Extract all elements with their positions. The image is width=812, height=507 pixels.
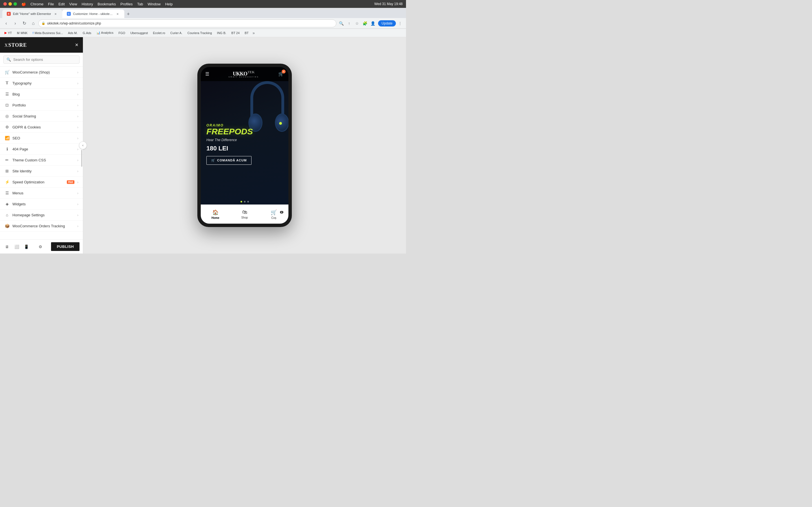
bookmark-ubersuggest[interactable]: Ubersuggest — [128, 31, 150, 36]
footer-settings-button[interactable]: ⚙ — [37, 243, 44, 250]
publish-button[interactable]: PUBLISH — [51, 242, 80, 251]
profile-btn[interactable]: 👤 — [369, 20, 376, 27]
tablet-view-button[interactable]: ⬜ — [13, 243, 20, 250]
dot-3[interactable] — [247, 201, 249, 203]
cart-tab-icon: 🛒 — [271, 209, 277, 216]
menu-item-blog[interactable]: ☰ Blog › — [0, 89, 83, 100]
forward-button[interactable]: › — [11, 19, 19, 27]
woocommerce-icon: 🛒 — [4, 70, 10, 74]
bookmark-yt[interactable]: ▶ YT — [2, 30, 14, 36]
share-icon-btn[interactable]: ↑ — [345, 20, 353, 27]
customizer-close-button[interactable]: × — [75, 42, 79, 48]
bookmark-star-btn[interactable]: ☆ — [353, 20, 361, 27]
bookmark-adsm[interactable]: Ads M. — [66, 31, 80, 36]
menu-item-menus[interactable]: ☰ Menus › — [0, 187, 83, 199]
new-tab-button[interactable]: + — [124, 10, 132, 18]
seo-icon: 📶 — [4, 136, 10, 140]
profiles-menu[interactable]: Profiles — [120, 2, 133, 6]
phone-bottom-nav: 🏠 Home 🛍 Shop 🛒 Coș 4 — [201, 205, 289, 224]
hero-cta-button[interactable]: 🛒 COMANDĂ ACUM — [206, 156, 252, 165]
menu-item-homepage-settings-label: Homepage Settings — [12, 213, 74, 217]
home-button[interactable]: ⌂ — [29, 19, 37, 27]
bookmark-mnk[interactable]: M MNK — [15, 31, 30, 36]
menus-icon: ☰ — [4, 191, 10, 195]
address-bar[interactable]: 🔒 ukkotek.ro/wp-admin/customize.php — [38, 19, 336, 27]
nav-tab-home[interactable]: 🏠 Home — [201, 209, 230, 219]
bookmark-fgo[interactable]: FGO — [116, 31, 128, 36]
nav-tab-shop[interactable]: 🛍 Shop — [230, 209, 259, 219]
tab-elementor[interactable]: E Edit "Home" with Elementor × — [2, 10, 62, 18]
search-input-wrap[interactable]: 🔍 — [3, 55, 80, 64]
update-button[interactable]: Update — [378, 20, 396, 26]
apple-menu[interactable]: 🍎 — [21, 2, 26, 6]
bookmark-bt[interactable]: BT — [243, 31, 251, 36]
bookmark-gads[interactable]: G.Ads — [80, 31, 94, 36]
search-icon-btn[interactable]: 🔍 — [338, 20, 345, 27]
customizer-header: XSTORE × — [0, 37, 83, 53]
file-menu[interactable]: File — [48, 2, 54, 6]
menu-item-gdpr[interactable]: ⚙ GDPR & Cookies › — [0, 122, 83, 133]
help-menu[interactable]: Help — [165, 2, 173, 6]
nav-tab-cart[interactable]: 🛒 Coș 4 — [259, 209, 289, 219]
homepage-settings-icon: ⌂ — [4, 213, 10, 217]
bookmark-couriera-tracking[interactable]: Couriera Tracking — [185, 31, 214, 36]
dot-1[interactable] — [241, 201, 242, 203]
menu-item-homepage-settings[interactable]: ⌂ Homepage Settings › — [0, 210, 83, 221]
scroll-indicator[interactable] — [81, 150, 82, 167]
extension-btn[interactable]: 🧩 — [361, 20, 368, 27]
menu-item-typography-arrow: › — [77, 81, 79, 86]
close-button[interactable] — [3, 2, 7, 6]
bookmark-analytics[interactable]: 📊 Analytics — [94, 30, 116, 36]
edit-menu[interactable]: Edit — [58, 2, 64, 6]
bookmark-curiera[interactable]: Curier A. — [168, 31, 185, 36]
maximize-button[interactable] — [13, 2, 17, 6]
menu-item-blog-label: Blog — [12, 92, 74, 96]
system-time: Wed 31 May 19:48 — [374, 2, 403, 6]
mobile-view-button[interactable]: 📱 — [22, 243, 30, 250]
bookmark-ing[interactable]: ING B. — [215, 31, 229, 36]
hero-tagline: Hear The Difference — [206, 138, 283, 142]
back-button[interactable]: ‹ — [2, 19, 10, 27]
menu-item-portfolio[interactable]: ⊡ Portfolio › — [0, 100, 83, 111]
history-menu[interactable]: History — [82, 2, 93, 6]
menu-item-404[interactable]: ℹ 404 Page › — [0, 144, 83, 155]
menu-item-site-identity[interactable]: ⊞ Site Identity › — [0, 166, 83, 177]
menu-item-woocommerce[interactable]: 🛒 WooCommerce (Shop) › — [0, 67, 83, 78]
menu-item-woo-tracking-arrow: › — [77, 224, 79, 228]
reload-button[interactable]: ↻ — [20, 19, 28, 27]
bookmark-ecolet[interactable]: Ecolet.ro — [151, 31, 167, 36]
menu-item-woocommerce-arrow: › — [77, 70, 79, 74]
bookmarks-menu[interactable]: Bookmarks — [98, 2, 116, 6]
tab-elementor-close[interactable]: × — [53, 11, 58, 16]
bookmark-bt24[interactable]: BT 24 — [229, 31, 242, 36]
chrome-menu[interactable]: Chrome — [31, 2, 43, 6]
search-input[interactable] — [13, 57, 77, 62]
shop-tab-label: Shop — [241, 216, 248, 219]
tab-customize-close[interactable]: × — [115, 11, 120, 16]
menu-item-typography[interactable]: T Typography › — [0, 78, 83, 89]
menu-item-theme-css[interactable]: ✏ Theme Custom CSS › — [0, 155, 83, 166]
dot-2[interactable] — [244, 201, 246, 203]
url-text: ukkotek.ro/wp-admin/customize.php — [47, 21, 101, 25]
menu-btn[interactable]: ⋮ — [396, 20, 404, 27]
desktop-view-button[interactable]: 🖥 — [3, 243, 11, 250]
menu-item-woo-tracking[interactable]: 📦 WooCommerce Orders Tracking › — [0, 221, 83, 231]
menu-item-widgets[interactable]: ◈ Widgets › — [0, 199, 83, 210]
home-tab-icon: 🏠 — [212, 209, 218, 216]
tab-customize-title: Customize: Home - ukkotek.ro — [73, 12, 113, 15]
view-menu[interactable]: View — [69, 2, 77, 6]
minimize-button[interactable] — [8, 2, 12, 6]
bookmarks-more[interactable]: » — [252, 30, 256, 36]
menu-item-portfolio-label: Portfolio — [12, 103, 74, 107]
bookmark-meta[interactable]: f Meta Business Sui... — [31, 31, 65, 36]
menu-item-social-sharing[interactable]: ◎ Social Sharing › — [0, 111, 83, 122]
hero-cta-label: COMANDĂ ACUM — [217, 159, 247, 162]
menu-item-speed-optimization[interactable]: ⚡ Speed Optimization Hot › — [0, 177, 83, 187]
tab-menu[interactable]: Tab — [137, 2, 143, 6]
window-menu[interactable]: Window — [147, 2, 160, 6]
hamburger-menu[interactable]: ☰ — [205, 71, 209, 76]
menu-item-homepage-settings-arrow: › — [77, 213, 79, 217]
collapse-sidebar-button[interactable]: ‹ — [79, 142, 87, 149]
tab-customize[interactable]: C Customize: Home - ukkotek.ro × — [62, 10, 124, 18]
menu-item-seo[interactable]: 📶 SEO › — [0, 133, 83, 144]
